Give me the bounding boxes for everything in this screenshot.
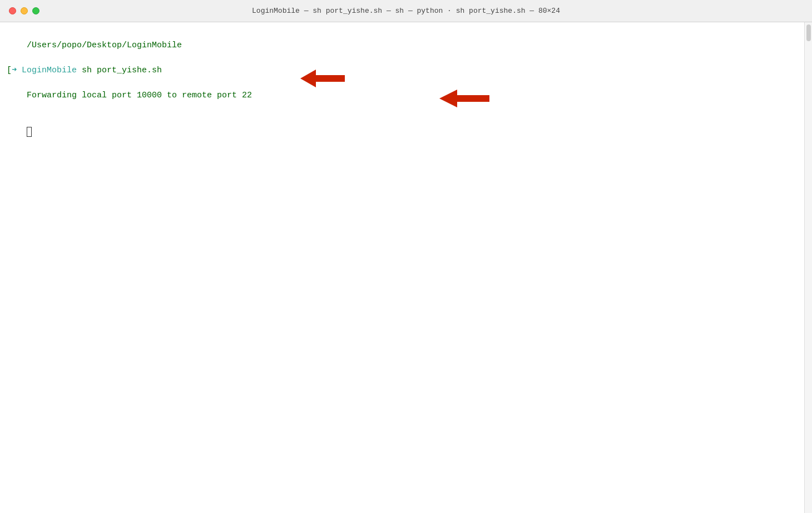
terminal-line-prompt: [ ➜ LoginMobile sh port_yishe.sh — [7, 65, 798, 77]
terminal-line-path: /Users/popo/Desktop/LoginMobile — [7, 27, 798, 65]
terminal-line-cursor — [7, 115, 798, 152]
terminal-cursor — [27, 127, 32, 137]
minimize-button[interactable] — [21, 7, 28, 14]
prompt-dir: LoginMobile — [17, 65, 77, 77]
close-button[interactable] — [9, 7, 16, 14]
window-controls — [9, 7, 39, 14]
scrollbar[interactable] — [804, 22, 812, 513]
prompt-bracket: [ — [7, 65, 12, 77]
prompt-cmd: sh port_yishe.sh — [77, 65, 162, 77]
title-bar: LoginMobile — sh port_yishe.sh — sh — py… — [0, 0, 812, 22]
terminal-line-output: Forwarding local port 10000 to remote po… — [7, 77, 798, 115]
window-title: LoginMobile — sh port_yishe.sh — sh — py… — [252, 7, 560, 15]
maximize-button[interactable] — [32, 7, 39, 14]
prompt-arrow-icon: ➜ — [12, 65, 17, 77]
scrollbar-thumb[interactable] — [806, 24, 811, 41]
terminal-body[interactable]: /Users/popo/Desktop/LoginMobile [ ➜ Logi… — [0, 22, 812, 513]
